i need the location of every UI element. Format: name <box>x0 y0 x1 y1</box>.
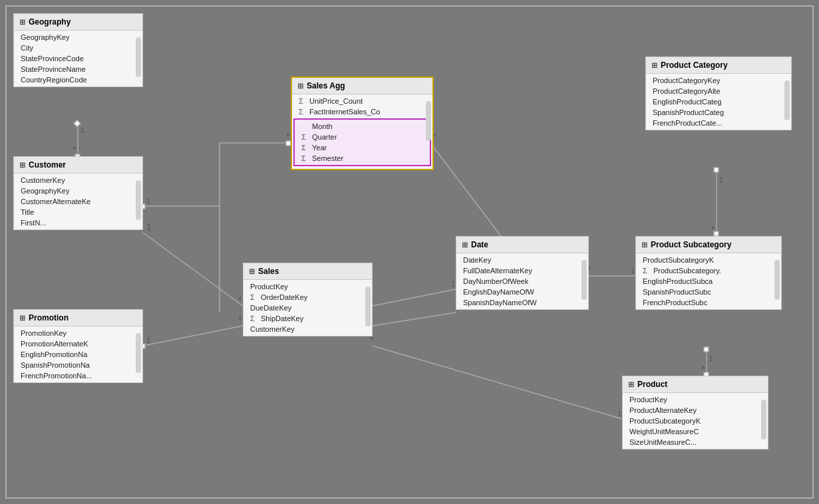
field-label: Month <box>312 122 333 130</box>
product-body: ProductKey ProductAlternateKey ProductSu… <box>623 393 768 449</box>
product-category-table[interactable]: ⊞ Product Category ProductCategoryKey Pr… <box>645 57 792 130</box>
field-label: UnitPrice_Count <box>309 97 363 105</box>
geography-table[interactable]: ⊞ Geography GeographyKey City StateProvi… <box>13 13 143 87</box>
sales-agg-table[interactable]: ⊞ Sales Agg Σ UnitPrice_Count Σ FactInte… <box>291 76 434 170</box>
field-label: FrenchProductCate... <box>653 119 723 127</box>
promotion-header: ⊞ Promotion <box>14 310 142 326</box>
promotion-title: Promotion <box>29 313 69 322</box>
field-label: ProductSubcategory. <box>653 267 721 275</box>
product-table[interactable]: ⊞ Product ProductKey ProductAlternateKey… <box>622 376 768 449</box>
table-row: EnglishPromotionNa <box>14 349 142 360</box>
field-label: DateKey <box>463 256 491 264</box>
field-label: PromotionKey <box>21 329 67 337</box>
svg-line-25 <box>373 313 456 326</box>
field-label: OrderDateKey <box>261 293 307 301</box>
table-row: ProductCategoryKey <box>646 75 791 86</box>
table-row: FrenchProductSubc <box>636 297 781 308</box>
canvas: 1 * 1 * 1 * 1 * * * * 1 * * <box>0 0 819 504</box>
field-label: ProductAlternateKey <box>629 406 697 414</box>
field-label: EnglishDayNameOfW <box>463 288 534 296</box>
promotion-table[interactable]: ⊞ Promotion PromotionKey PromotionAltern… <box>13 309 143 383</box>
scrollbar[interactable] <box>581 260 587 300</box>
scrollbar[interactable] <box>774 260 780 300</box>
field-label: FrenchProductSubc <box>643 299 707 307</box>
date-table[interactable]: ⊞ Date DateKey FullDateAlternateKey DayN… <box>456 236 589 310</box>
table-icon: ⊞ <box>249 267 255 276</box>
svg-text:*: * <box>711 224 715 235</box>
field-label: DayNumberOfWeek <box>463 277 528 285</box>
table-icon: ⊞ <box>19 18 25 27</box>
field-label: FactInternetSales_Co <box>309 108 380 116</box>
table-row: ProductSubcategoryK <box>636 255 781 265</box>
table-row-selected: Σ Semester <box>295 153 430 164</box>
field-label: StateProvinceCode <box>21 55 84 63</box>
svg-text:1: 1 <box>719 176 723 184</box>
table-row: CustomerAlternateKe <box>14 196 142 207</box>
field-label: EnglishPromotionNa <box>21 350 87 358</box>
svg-rect-3 <box>74 120 81 127</box>
table-row: SpanishProductSubc <box>636 287 781 297</box>
table-row: ProductKey <box>623 394 768 405</box>
field-label: Semester <box>312 154 343 162</box>
field-label: CustomerAlternateKe <box>21 197 90 205</box>
field-label: FrenchPromotionNa... <box>21 372 92 380</box>
field-label: CountryRegionCode <box>21 76 87 84</box>
table-row: SizeUnitMeasureC... <box>623 437 768 447</box>
table-row: Σ FactInternetSales_Co <box>292 106 432 117</box>
sigma-icon: Σ <box>643 267 651 275</box>
scrollbar[interactable] <box>784 80 790 120</box>
table-row: ProductAlternateKey <box>623 405 768 416</box>
table-row-selected: Σ Month <box>295 121 430 132</box>
svg-text:1: 1 <box>617 410 621 418</box>
field-label: SpanishDayNameOfW <box>463 299 537 307</box>
scrollbar[interactable] <box>761 400 766 440</box>
product-category-body: ProductCategoryKey ProductCategoryAlte E… <box>646 74 791 130</box>
field-label: SizeUnitMeasureC... <box>629 438 697 446</box>
table-icon: ⊞ <box>297 82 303 90</box>
field-label: ProductKey <box>629 396 667 404</box>
scrollbar[interactable] <box>136 333 141 373</box>
field-label: ProductKey <box>250 283 288 291</box>
scrollbar[interactable] <box>136 37 141 77</box>
field-label: DueDateKey <box>250 304 291 312</box>
scrollbar[interactable] <box>426 101 431 141</box>
product-title: Product <box>637 380 667 389</box>
table-row: PromotionAlternateK <box>14 338 142 349</box>
field-label: GeographyKey <box>21 187 69 195</box>
table-row: FullDateAlternateKey <box>456 265 588 276</box>
table-row: PromotionKey <box>14 328 142 338</box>
table-icon: ⊞ <box>628 380 634 389</box>
product-category-header: ⊞ Product Category <box>646 57 791 74</box>
field-label: Title <box>21 208 34 216</box>
customer-header: ⊞ Customer <box>14 157 142 174</box>
svg-rect-36 <box>714 168 719 172</box>
sigma-placeholder: Σ <box>301 122 309 130</box>
sales-table[interactable]: ⊞ Sales ProductKey Σ OrderDateKey DueDat… <box>243 263 373 336</box>
product-subcategory-title: Product Subcategory <box>651 240 731 249</box>
table-row: SpanishProductCateg <box>646 107 791 118</box>
field-label: SpanishProductSubc <box>643 288 711 296</box>
table-row: CustomerKey <box>244 324 372 334</box>
field-label: PromotionAlternateK <box>21 340 88 348</box>
customer-title: Customer <box>29 160 66 170</box>
field-label: FirstN... <box>21 219 47 227</box>
product-subcategory-table[interactable]: ⊞ Product Subcategory ProductSubcategory… <box>635 236 782 310</box>
field-label: ProductSubcategoryK <box>643 256 714 264</box>
sigma-icon: Σ <box>301 144 309 152</box>
svg-line-27 <box>373 346 622 419</box>
product-category-title: Product Category <box>661 61 728 70</box>
scrollbar[interactable] <box>365 287 371 326</box>
table-icon: ⊞ <box>462 241 468 249</box>
table-row: GeographyKey <box>14 186 142 196</box>
table-row: Σ ProductSubcategory. <box>636 265 781 276</box>
scrollbar[interactable] <box>136 180 141 220</box>
product-header: ⊞ Product <box>623 376 768 393</box>
table-row: ProductKey <box>244 281 372 292</box>
sales-header: ⊞ Sales <box>244 263 372 280</box>
customer-table[interactable]: ⊞ Customer CustomerKey GeographyKey Cust… <box>13 156 143 230</box>
customer-body: CustomerKey GeographyKey CustomerAlterna… <box>14 174 142 229</box>
table-row: StateProvinceName <box>14 64 142 74</box>
sales-body: ProductKey Σ OrderDateKey DueDateKey Σ S… <box>244 280 372 336</box>
sigma-icon: Σ <box>301 154 309 162</box>
table-row: DateKey <box>456 255 588 265</box>
